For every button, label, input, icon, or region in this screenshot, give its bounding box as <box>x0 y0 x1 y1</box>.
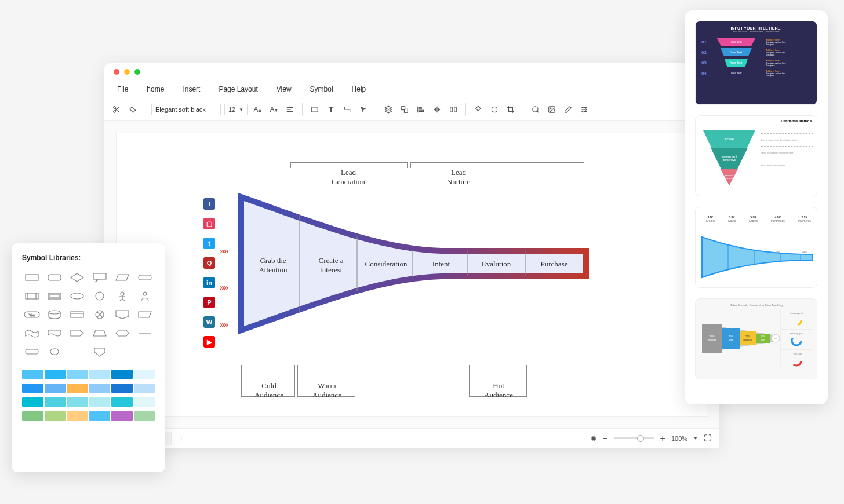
svg-point-96 <box>792 336 801 345</box>
app-window: File home Insert Page Layout View Symbol… <box>104 63 719 448</box>
wordpress-icon: W <box>203 316 215 328</box>
shape-offpage-left[interactable] <box>113 307 132 322</box>
shape-effects-icon[interactable] <box>488 103 501 116</box>
svg-text:40: 40 <box>774 337 777 340</box>
swatch-row-1[interactable] <box>22 370 155 379</box>
label-cold-audience: Cold Audience <box>249 381 289 400</box>
shape-summing[interactable] <box>90 307 110 322</box>
shape-person[interactable] <box>136 288 155 304</box>
connector-tool-icon[interactable] <box>341 103 354 116</box>
pointer-tool-icon[interactable] <box>357 103 370 116</box>
shape-manual[interactable] <box>136 307 155 322</box>
svg-text:100%: 100% <box>709 335 715 338</box>
svg-marker-9 <box>385 106 392 109</box>
add-page-button[interactable]: + <box>172 430 190 447</box>
shape-yes-pill[interactable]: Yes <box>22 307 41 322</box>
shape-parallelogram[interactable] <box>113 270 132 285</box>
instagram-icon: ▢ <box>203 218 215 229</box>
format-painter-icon[interactable] <box>126 103 139 116</box>
svg-text:21%: 21% <box>745 335 750 338</box>
shape-wave[interactable] <box>22 326 41 341</box>
maximize-traffic-light[interactable] <box>134 69 140 75</box>
shape-actor[interactable] <box>113 288 132 304</box>
fullscreen-icon[interactable] <box>704 434 712 443</box>
minimize-traffic-light[interactable] <box>124 69 130 75</box>
menu-file[interactable]: File <box>109 83 136 96</box>
svg-text:factors: factors <box>726 177 733 180</box>
fill-color-icon[interactable] <box>472 103 485 116</box>
shrink-font-icon[interactable]: A▾ <box>267 103 280 116</box>
svg-rect-38 <box>139 275 151 280</box>
play-icon[interactable]: ◉ <box>591 434 596 442</box>
shape-rectangle[interactable] <box>22 270 41 285</box>
layers-icon[interactable] <box>382 103 395 116</box>
twitter-icon: t <box>203 238 215 249</box>
shape-hexagon[interactable] <box>113 326 132 341</box>
menu-page-layout[interactable]: Page Layout <box>210 83 265 96</box>
zoom-in-button[interactable]: + <box>660 433 665 444</box>
align-objects-icon[interactable] <box>414 103 427 116</box>
svg-text:Impressed: Impressed <box>708 339 716 341</box>
close-traffic-light[interactable] <box>114 69 119 75</box>
shape-card[interactable] <box>67 307 86 322</box>
cut-icon[interactable] <box>110 103 123 116</box>
svg-marker-37 <box>116 275 129 280</box>
distribute-icon[interactable] <box>447 103 460 116</box>
svg-text:Yes: Yes <box>29 313 35 317</box>
rectangle-tool-icon[interactable] <box>308 103 321 116</box>
align-icon[interactable] <box>283 103 296 116</box>
text-tool-icon[interactable]: T <box>325 103 337 116</box>
font-select[interactable]: Elegant soft black <box>151 104 221 115</box>
shape-divider[interactable] <box>136 326 155 341</box>
template-thumb-2[interactable]: Define the metric s active Involvement I… <box>695 115 817 196</box>
menu-help[interactable]: Help <box>344 83 374 96</box>
svg-rect-34 <box>48 275 61 280</box>
swatch-row-4[interactable] <box>22 411 155 421</box>
svg-point-54 <box>49 311 60 314</box>
shape-diamond[interactable] <box>67 270 86 285</box>
menu-view[interactable]: View <box>268 83 300 96</box>
shape-document[interactable] <box>45 326 64 341</box>
shape-rounded-rect[interactable] <box>45 270 64 285</box>
shape-shield[interactable] <box>90 344 110 359</box>
svg-rect-8 <box>312 107 318 112</box>
shape-trapezoid[interactable] <box>90 326 110 341</box>
shape-chip[interactable] <box>22 344 41 359</box>
font-size-select[interactable]: 12▼ <box>224 104 248 115</box>
search-icon[interactable] <box>529 103 542 116</box>
swatch-row-2[interactable] <box>22 384 155 393</box>
zoom-slider[interactable] <box>614 437 654 439</box>
group-icon[interactable] <box>398 103 411 116</box>
zoom-out-button[interactable]: − <box>602 433 607 444</box>
svg-rect-33 <box>26 275 38 280</box>
crop-icon[interactable] <box>504 103 517 116</box>
settings-icon[interactable] <box>578 103 591 116</box>
shape-circle[interactable] <box>90 288 110 304</box>
shape-stadium[interactable] <box>45 344 64 359</box>
flip-icon[interactable] <box>431 103 443 116</box>
template-thumb-3[interactable]: 12KEmails8.8KStarts72%5.0KLogins77%4.0KP… <box>695 207 817 288</box>
svg-line-4 <box>115 108 117 109</box>
shape-ellipse[interactable] <box>67 288 86 304</box>
swatch-row-3[interactable] <box>22 397 155 407</box>
shape-subprocess[interactable] <box>22 288 41 304</box>
menu-home[interactable]: home <box>139 83 172 96</box>
template-thumb-4[interactable]: Sales Funnel - Conversion Rate Tracking … <box>695 298 817 379</box>
shape-pill[interactable] <box>136 270 155 285</box>
canvas[interactable]: Lead Generation Lead Nurture f▢tQinPW▶ »… <box>116 133 707 417</box>
template-thumb-1[interactable]: INPUT YOUR TITLE HERE! Add text here – A… <box>695 21 817 105</box>
svg-line-49 <box>120 299 122 301</box>
image-icon[interactable] <box>545 103 558 116</box>
shape-double-rect[interactable] <box>45 288 64 304</box>
menu-symbol[interactable]: Symbol <box>302 83 341 96</box>
shape-callout[interactable] <box>90 270 110 285</box>
svg-point-17 <box>492 107 497 112</box>
pen-icon[interactable] <box>562 103 574 116</box>
shape-tag[interactable] <box>67 326 86 341</box>
grow-font-icon[interactable]: A▴ <box>251 103 264 116</box>
menu-insert[interactable]: Insert <box>174 83 208 96</box>
svg-rect-14 <box>419 110 424 111</box>
shape-cylinder[interactable] <box>45 307 64 322</box>
zoom-percent[interactable]: 100% <box>671 435 687 442</box>
shape-blank[interactable] <box>67 344 86 359</box>
